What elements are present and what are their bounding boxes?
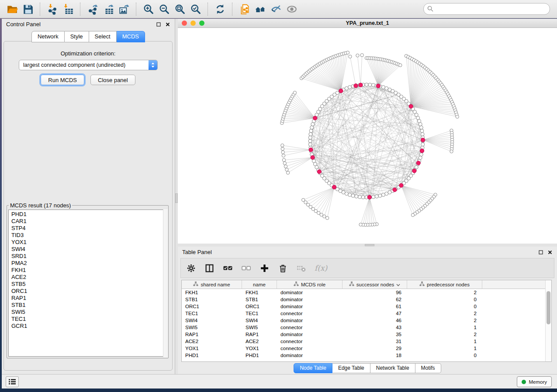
graph-node[interactable] <box>308 136 312 139</box>
table-row[interactable]: SWI5SWI5connector431 <box>182 324 551 331</box>
import-table-icon[interactable] <box>60 1 76 17</box>
graph-hub-node[interactable] <box>399 183 403 187</box>
graph-node[interactable] <box>349 55 352 58</box>
graph-hub-node[interactable] <box>313 116 317 120</box>
tab-network-table[interactable]: Network Table <box>370 363 415 373</box>
graph-node[interactable] <box>419 126 423 129</box>
sort-chevron-icon[interactable] <box>396 282 400 287</box>
mcds-result-item[interactable]: CAR1 <box>9 218 166 225</box>
function-icon[interactable]: f(x) <box>315 263 327 273</box>
graph-node[interactable] <box>348 193 352 196</box>
graph-node[interactable] <box>385 192 388 196</box>
refresh-icon[interactable] <box>212 1 228 17</box>
graph-node[interactable] <box>308 139 312 143</box>
mcds-result-item[interactable]: YOX1 <box>9 239 166 246</box>
open-folder-icon[interactable] <box>4 1 20 17</box>
table-row[interactable]: ACE2ACE2connector311 <box>182 338 551 345</box>
graph-node[interactable] <box>308 143 312 146</box>
column-header-predecessor-nodes[interactable]: predecessor nodes <box>407 280 482 289</box>
column-header-MCDS-role[interactable]: MCDS role <box>277 280 343 289</box>
close-panel-button[interactable]: Close panel <box>90 75 135 85</box>
float-panel-icon[interactable] <box>156 22 161 27</box>
graph-node[interactable] <box>361 196 365 199</box>
graph-node[interactable] <box>323 215 326 218</box>
column-header-name[interactable]: name <box>242 280 277 289</box>
graph-node[interactable] <box>286 171 289 174</box>
mcds-result-item[interactable]: TEC1 <box>9 316 166 323</box>
graph-node[interactable] <box>456 115 459 118</box>
zoom-out-icon[interactable] <box>156 1 172 17</box>
mcds-result-item[interactable]: STB5 <box>9 281 166 288</box>
import-network-icon[interactable] <box>45 1 60 17</box>
graph-node[interactable] <box>345 86 348 90</box>
table-row[interactable]: TEC1TEC1connector472 <box>182 310 551 317</box>
graph-hub-node[interactable] <box>409 104 413 108</box>
graph-node[interactable] <box>372 195 375 199</box>
graph-node[interactable] <box>281 151 284 154</box>
deselect-all-icon[interactable] <box>241 263 251 273</box>
graph-node[interactable] <box>399 64 402 67</box>
graph-hub-node[interactable] <box>359 83 363 87</box>
mcds-result-item[interactable]: RAP1 <box>9 295 166 302</box>
graph-node[interactable] <box>310 126 314 129</box>
tab-style[interactable]: Style <box>65 31 89 42</box>
search-input[interactable] <box>423 3 550 15</box>
mcds-result-item[interactable]: SWI4 <box>9 246 166 253</box>
graph-hub-node[interactable] <box>309 148 313 152</box>
save-icon[interactable] <box>20 1 36 17</box>
show-details-icon[interactable] <box>284 1 300 17</box>
graph-node[interactable] <box>282 158 285 162</box>
delete-icon[interactable] <box>278 263 287 273</box>
mcds-result-item[interactable]: SWI5 <box>9 309 166 316</box>
mcds-result-scrollbar[interactable] <box>163 209 168 358</box>
delete-column-icon[interactable] <box>296 263 306 273</box>
hide-details-icon[interactable] <box>268 1 284 17</box>
mcds-result-item[interactable]: GCR1 <box>9 323 166 330</box>
table-row[interactable]: RAP1RAP1dominator352 <box>182 331 551 338</box>
graph-node[interactable] <box>358 195 362 199</box>
graph-node[interactable] <box>348 86 352 89</box>
graph-node[interactable] <box>378 194 382 197</box>
graph-node[interactable] <box>346 51 349 54</box>
graph-node[interactable] <box>351 194 355 197</box>
tab-motifs[interactable]: Motifs <box>415 363 441 373</box>
graph-node[interactable] <box>356 54 359 57</box>
graph-hub-node[interactable] <box>416 161 420 165</box>
graph-hub-node[interactable] <box>376 84 380 88</box>
table-row[interactable]: PHD1PHD1dominator180 <box>182 352 551 359</box>
graph-node[interactable] <box>311 123 315 126</box>
mcds-result-item[interactable]: SRD1 <box>9 253 166 260</box>
graph-hub-node[interactable] <box>354 84 358 88</box>
table-row[interactable]: FKH1FKH1dominator962 <box>182 289 551 296</box>
tab-node-table[interactable]: Node Table <box>294 363 332 373</box>
graph-hub-node[interactable] <box>421 138 425 142</box>
graph-hub-node[interactable] <box>412 169 416 173</box>
graph-node[interactable] <box>359 223 362 226</box>
run-mcds-button[interactable]: Run MCDS <box>41 75 84 85</box>
zoom-selected-icon[interactable] <box>188 1 204 17</box>
mcds-result-item[interactable]: PMA2 <box>9 260 166 267</box>
graph-node[interactable] <box>419 156 422 159</box>
graph-hub-node[interactable] <box>317 170 321 174</box>
zoom-in-icon[interactable] <box>141 1 156 17</box>
graph-node[interactable] <box>375 195 378 198</box>
graph-node[interactable] <box>309 133 312 136</box>
tab-edge-table[interactable]: Edge Table <box>332 363 370 373</box>
mcds-result-item[interactable]: PHD1 <box>9 211 166 218</box>
graph-node[interactable] <box>411 213 414 217</box>
graph-node[interactable] <box>421 133 424 136</box>
graph-node[interactable] <box>302 198 305 201</box>
zoom-fit-icon[interactable] <box>172 1 188 17</box>
graph-node[interactable] <box>284 165 287 168</box>
graph-node[interactable] <box>368 83 372 86</box>
mcds-result-item[interactable]: ACE2 <box>9 274 166 281</box>
columns-icon[interactable] <box>204 263 214 273</box>
graph-node[interactable] <box>365 83 368 86</box>
graph-node[interactable] <box>325 217 329 220</box>
table-row[interactable]: YOX1YOX1connector291 <box>182 345 551 352</box>
export-table-icon[interactable] <box>100 1 116 17</box>
graph-node[interactable] <box>419 123 422 126</box>
criterion-dropdown[interactable]: largest connected component (undirected) <box>19 60 158 70</box>
table-row[interactable]: STB1STB1dominator620 <box>182 296 551 303</box>
mcds-result-item[interactable]: TID3 <box>9 232 166 239</box>
